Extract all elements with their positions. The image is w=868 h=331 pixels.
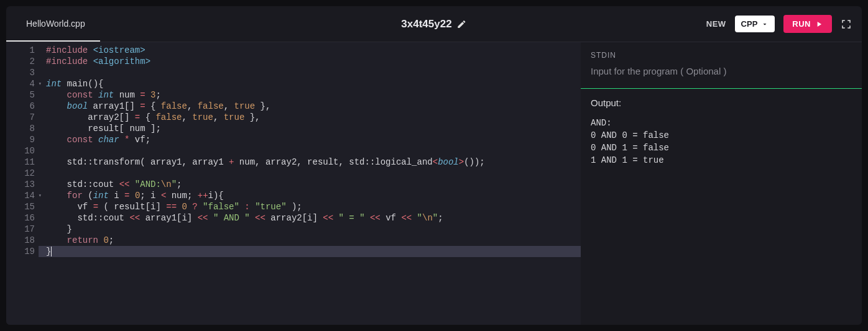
fullscreen-icon[interactable] bbox=[841, 19, 852, 30]
header-bar: HelloWorld.cpp 3x4t45y22 NEW CPP RUN bbox=[6, 6, 862, 42]
output-label: Output: bbox=[591, 97, 852, 108]
play-icon bbox=[815, 20, 823, 29]
file-tab-label: HelloWorld.cpp bbox=[26, 19, 85, 29]
io-panel: STDIN Output: AND: 0 AND 0 = false 0 AND… bbox=[581, 42, 862, 325]
edit-icon[interactable] bbox=[457, 19, 467, 29]
stdin-input[interactable] bbox=[591, 66, 852, 76]
chevron-down-icon bbox=[761, 20, 769, 28]
language-select[interactable]: CPP bbox=[735, 16, 775, 32]
code-area[interactable]: #include <iostream>#include <algorithm> … bbox=[39, 42, 581, 325]
new-button[interactable]: NEW bbox=[706, 19, 726, 29]
run-button[interactable]: RUN bbox=[783, 15, 832, 33]
stdin-label: STDIN bbox=[591, 51, 852, 60]
document-title: 3x4t45y22 bbox=[401, 18, 451, 30]
file-tab[interactable]: HelloWorld.cpp bbox=[6, 6, 100, 42]
language-label: CPP bbox=[741, 19, 758, 29]
output-section: Output: AND: 0 AND 0 = false 0 AND 1 = f… bbox=[581, 89, 862, 325]
title-group: 3x4t45y22 bbox=[401, 18, 466, 30]
run-label: RUN bbox=[792, 19, 811, 29]
code-editor[interactable]: 12345678910111213141516171819 #include <… bbox=[6, 42, 581, 325]
output-text: AND: 0 AND 0 = false 0 AND 1 = false 1 A… bbox=[591, 117, 852, 166]
stdin-section: STDIN bbox=[581, 42, 862, 89]
line-gutter: 12345678910111213141516171819 bbox=[6, 42, 39, 325]
